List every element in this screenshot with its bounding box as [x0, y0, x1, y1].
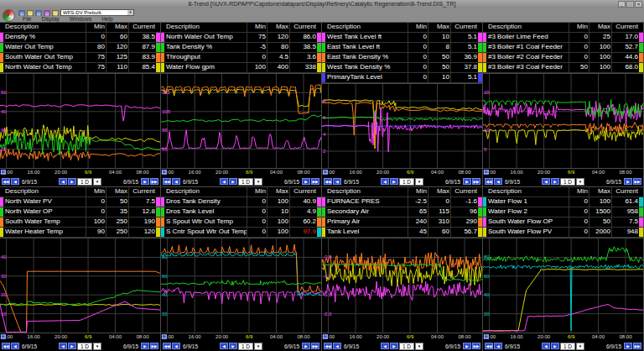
scroll-back-button[interactable]: ◀: [494, 178, 502, 185]
time-range-input[interactable]: 1 D: [238, 343, 253, 350]
pen-row[interactable]: S Spout Wtr Out Temp010060.2: [161, 217, 321, 228]
pen-row[interactable]: Primary Air240310290: [322, 217, 482, 228]
scroll-back-button[interactable]: ◀: [11, 178, 19, 185]
scroll-forward-fast-button[interactable]: ▶▶: [150, 178, 158, 185]
range-forward-button[interactable]: ▶: [229, 343, 237, 349]
menu-file[interactable]: File: [18, 16, 35, 22]
pen-row[interactable]: North Water OP03512.8: [0, 207, 160, 217]
scroll-back-fast-button[interactable]: ◀◀: [2, 178, 10, 185]
time-range-input[interactable]: 1 D: [560, 343, 575, 350]
trend-chart[interactable]: 2015105: [483, 73, 643, 168]
range-forward-button[interactable]: ▶: [551, 343, 559, 349]
chevron-down-icon[interactable]: ▼: [127, 10, 133, 15]
scroll-back-fast-button[interactable]: ◀◀: [485, 178, 493, 185]
scroll-forward-fast-button[interactable]: ▶▶: [311, 343, 319, 349]
menu-help[interactable]: Help: [97, 16, 117, 22]
scroll-back-fast-button[interactable]: ◀◀: [2, 343, 10, 349]
range-forward-button[interactable]: ▶: [390, 343, 398, 349]
range-back-button[interactable]: ◀: [542, 343, 550, 349]
trend-chart[interactable]: -0.5-1.0-1.5-2.0: [322, 238, 482, 333]
minimize-button[interactable]: _: [618, 1, 626, 8]
time-range-input[interactable]: 1 D: [77, 178, 92, 186]
scroll-back-button[interactable]: ◀: [333, 343, 341, 349]
time-range-input[interactable]: 1 D: [238, 178, 253, 186]
pen-row[interactable]: West Tank Level ft0105.1: [322, 33, 482, 43]
pen-row[interactable]: PrimaryTank Level0105.1: [322, 73, 482, 83]
scroll-forward-button[interactable]: ▶: [141, 178, 149, 185]
pen-row[interactable]: S Cntr Spout Wtr Out Temp010097.9: [161, 228, 321, 238]
pen-row[interactable]: Water Flow 1010061.4: [483, 197, 643, 207]
pen-row[interactable]: Density %06038.5: [0, 33, 160, 43]
scroll-forward-fast-button[interactable]: ▶▶: [150, 343, 158, 349]
pen-row[interactable]: South Water Flow PV02000948: [483, 228, 643, 238]
pen-row[interactable]: South Water Flow OP0507.5: [483, 217, 643, 228]
pen-row[interactable]: North Water Out Temp7512086.0: [161, 33, 321, 43]
time-range-input[interactable]: 1 D: [560, 178, 575, 186]
time-range-dropdown[interactable]: ▼: [93, 343, 101, 350]
scroll-back-fast-button[interactable]: ◀◀: [163, 343, 171, 349]
workspace-combobox[interactable]: WFS-DV Prebuilt▼: [60, 9, 134, 16]
range-back-button[interactable]: ◀: [220, 343, 228, 349]
range-forward-button[interactable]: ▶: [68, 178, 76, 185]
scroll-forward-button[interactable]: ▶: [463, 178, 471, 185]
time-range-dropdown[interactable]: ▼: [576, 178, 584, 186]
menu-display[interactable]: Display: [37, 16, 63, 22]
range-back-button[interactable]: ◀: [220, 178, 228, 185]
pen-row[interactable]: North Water Out Temp7511085.4: [0, 63, 160, 73]
scroll-forward-fast-button[interactable]: ▶▶: [472, 343, 480, 349]
scroll-forward-button[interactable]: ▶: [624, 343, 632, 349]
pen-row[interactable]: #3 Boiler #2 Coal Feeder010044.6: [483, 53, 643, 63]
scroll-forward-fast-button[interactable]: ▶▶: [633, 343, 641, 349]
pen-row[interactable]: Water Flow 201500958: [483, 207, 643, 217]
alarm-summary-icon[interactable]: ▤: [52, 10, 59, 16]
range-back-button[interactable]: ◀: [59, 343, 67, 349]
maximize-button[interactable]: □: [626, 1, 634, 8]
scroll-back-button[interactable]: ◀: [11, 343, 19, 349]
open-display-icon[interactable]: ▤: [27, 10, 34, 16]
pen-row[interactable]: Throughput04.53.6: [161, 53, 321, 63]
scroll-forward-button[interactable]: ▶: [624, 178, 632, 185]
scroll-back-button[interactable]: ◀: [172, 343, 180, 349]
time-range-dropdown[interactable]: ▼: [254, 178, 262, 186]
pen-row[interactable]: #3 Boiler #1 Coal Feeder010052.7: [483, 43, 643, 53]
pen-row[interactable]: South Water Temp100250190: [0, 217, 160, 228]
pen-row[interactable]: #3 Boiler Lime Feed02517.0: [483, 33, 643, 43]
scroll-back-button[interactable]: ◀: [333, 178, 341, 185]
pen-row[interactable]: Tank Density %-58038.5: [161, 43, 321, 53]
pen-row[interactable]: Secondary Air6511596: [322, 207, 482, 217]
time-range-input[interactable]: 1 D: [399, 343, 414, 350]
range-forward-button[interactable]: ▶: [229, 178, 237, 185]
trend-chart[interactable]: 8642: [322, 83, 482, 168]
pen-row[interactable]: Water Out Temp8012087.9: [0, 43, 160, 53]
time-range-input[interactable]: 1 D: [399, 178, 414, 186]
pen-row[interactable]: Water Heater Temp90250120: [0, 228, 160, 238]
range-forward-button[interactable]: ▶: [390, 178, 398, 185]
range-back-button[interactable]: ◀: [381, 343, 389, 349]
scroll-forward-button[interactable]: ▶: [463, 343, 471, 349]
scroll-back-button[interactable]: ◀: [172, 178, 180, 185]
scroll-forward-button[interactable]: ▶: [302, 343, 310, 349]
time-range-dropdown[interactable]: ▼: [93, 178, 101, 186]
time-range-dropdown[interactable]: ▼: [254, 343, 262, 350]
scroll-back-button[interactable]: ◀: [494, 343, 502, 349]
scroll-forward-fast-button[interactable]: ▶▶: [633, 178, 641, 185]
range-back-button[interactable]: ◀: [542, 178, 550, 185]
pen-row[interactable]: Dros Tank Density010040.9: [161, 197, 321, 207]
range-back-button[interactable]: ◀: [381, 178, 389, 185]
trend-chart[interactable]: 1151059585: [161, 73, 321, 168]
print-icon[interactable]: ▤: [44, 10, 50, 16]
trend-chart[interactable]: 80604020: [483, 238, 643, 333]
pen-row[interactable]: #3 Boiler #3 Coal Feeder5010068.0: [483, 63, 643, 73]
time-range-dropdown[interactable]: ▼: [415, 178, 423, 186]
menu-windows[interactable]: Windows: [65, 16, 96, 22]
pen-row[interactable]: North Water PV0507.5: [0, 197, 160, 207]
time-range-input[interactable]: 1 D: [77, 343, 92, 350]
pen-row[interactable]: Water Flow gpm100400338: [161, 63, 321, 73]
trend-chart[interactable]: 50403020: [0, 73, 160, 168]
close-button[interactable]: ×: [635, 1, 642, 8]
trend-chart[interactable]: 80604020: [161, 238, 321, 333]
pen-row[interactable]: South Water Out Temp7512583.9: [0, 53, 160, 63]
scroll-back-fast-button[interactable]: ◀◀: [485, 343, 493, 349]
save-icon[interactable]: ▤: [35, 10, 42, 16]
pen-row[interactable]: East Tank Level ft085.1: [322, 43, 482, 53]
